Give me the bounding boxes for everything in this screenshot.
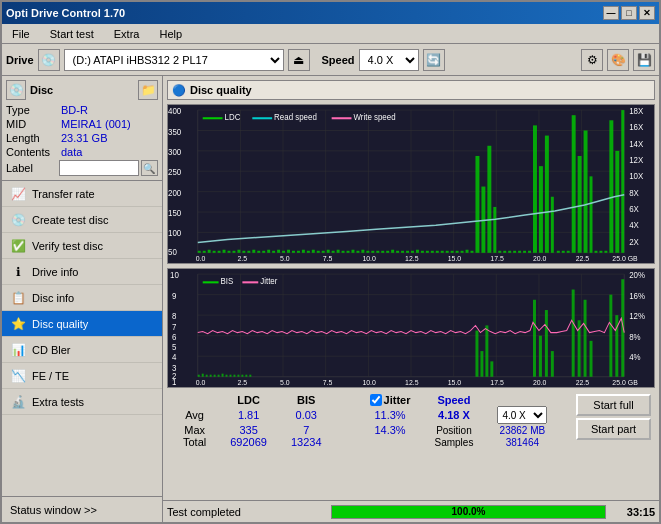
svg-text:Read speed: Read speed <box>274 113 317 122</box>
svg-text:22.5: 22.5 <box>576 379 590 386</box>
nav-extra-tests-label: Extra tests <box>32 396 84 408</box>
panel-icon: 🔵 <box>172 84 186 97</box>
svg-text:2.5: 2.5 <box>237 255 247 262</box>
max-jitter: 14.3% <box>358 424 423 436</box>
svg-rect-94 <box>572 115 576 253</box>
sidebar: 💿 Disc 📁 Type BD-R MID MEIRA1 (001) Leng… <box>2 76 163 522</box>
svg-text:400: 400 <box>168 107 182 116</box>
svg-rect-25 <box>223 250 226 253</box>
speed-setting-select[interactable]: 4.0 X <box>497 406 547 424</box>
max-ldc: 335 <box>218 424 279 436</box>
main-content: 💿 Disc 📁 Type BD-R MID MEIRA1 (001) Leng… <box>2 76 659 522</box>
total-bis: 13234 <box>279 436 334 448</box>
save-button[interactable]: 💾 <box>633 49 655 71</box>
svg-text:8%: 8% <box>629 333 640 342</box>
svg-text:7.5: 7.5 <box>323 379 333 386</box>
svg-rect-46 <box>327 250 330 253</box>
disc-panel-title: Disc <box>30 84 53 96</box>
status-window-button[interactable]: Status window >> <box>2 496 162 522</box>
disc-label-button[interactable]: 🔍 <box>141 160 158 176</box>
svg-rect-96 <box>584 130 588 252</box>
menu-starttest[interactable]: Start test <box>44 26 100 42</box>
top-chart: 18X 16X 14X 12X 10X 8X 6X 4X 2X 400 350 … <box>167 104 655 264</box>
jitter-checkbox[interactable] <box>370 394 382 406</box>
disc-type-value: BD-R <box>61 104 88 116</box>
sidebar-item-fe-te[interactable]: 📉 FE / TE <box>2 363 162 389</box>
svg-text:LDC: LDC <box>225 113 241 122</box>
svg-rect-168 <box>245 375 247 377</box>
svg-rect-65 <box>421 251 424 253</box>
sidebar-item-verify-test-disc[interactable]: ✅ Verify test disc <box>2 233 162 259</box>
menu-file[interactable]: File <box>6 26 36 42</box>
main-window: Opti Drive Control 1.70 — □ ✕ File Start… <box>0 0 661 524</box>
disc-label-input[interactable] <box>59 160 139 176</box>
menu-help[interactable]: Help <box>153 26 188 42</box>
svg-rect-103 <box>621 110 624 253</box>
sidebar-item-cd-bler[interactable]: 📊 CD Bler <box>2 337 162 363</box>
svg-rect-83 <box>513 251 516 253</box>
disc-mid-row: MID MEIRA1 (001) <box>6 118 158 130</box>
close-button[interactable]: ✕ <box>639 6 655 20</box>
settings-button[interactable]: ⚙ <box>581 49 603 71</box>
svg-rect-181 <box>590 341 593 377</box>
sidebar-item-extra-tests[interactable]: 🔬 Extra tests <box>2 389 162 415</box>
max-label: Max <box>171 424 218 436</box>
svg-rect-160 <box>214 375 216 377</box>
svg-text:12.5: 12.5 <box>405 255 419 262</box>
nav-create-test-disc-label: Create test disc <box>32 214 108 226</box>
eject-button[interactable]: ⏏ <box>288 49 310 71</box>
svg-rect-87 <box>533 125 537 252</box>
svg-rect-98 <box>594 251 597 253</box>
start-part-button[interactable]: Start part <box>576 418 651 440</box>
svg-text:12X: 12X <box>629 156 644 165</box>
svg-text:17.5: 17.5 <box>490 255 504 262</box>
drive-icon: 💿 <box>38 49 60 71</box>
sidebar-item-drive-info[interactable]: ℹ Drive info <box>2 259 162 285</box>
svg-rect-36 <box>277 250 280 253</box>
fe-te-icon: 📉 <box>10 368 26 384</box>
svg-rect-50 <box>347 251 350 253</box>
stats-row: LDC BIS Jitter Speed <box>167 392 655 450</box>
sidebar-item-disc-quality[interactable]: ⭐ Disc quality <box>2 311 162 337</box>
avg-ldc: 1.81 <box>218 406 279 424</box>
svg-rect-180 <box>584 300 587 377</box>
svg-rect-63 <box>411 251 414 253</box>
progress-text: 100.0% <box>332 506 605 518</box>
svg-rect-56 <box>376 251 379 253</box>
svg-rect-170 <box>475 331 478 377</box>
svg-rect-211 <box>203 281 219 283</box>
sidebar-item-disc-info[interactable]: 📋 Disc info <box>2 285 162 311</box>
refresh-button[interactable]: 🔄 <box>423 49 445 71</box>
svg-rect-40 <box>297 251 300 253</box>
svg-rect-97 <box>590 176 593 252</box>
svg-rect-84 <box>518 251 521 253</box>
toolbar: Drive 💿 (D:) ATAPI iHBS312 2 PL17 ⏏ Spee… <box>2 44 659 76</box>
color-button[interactable]: 🎨 <box>607 49 629 71</box>
maximize-button[interactable]: □ <box>621 6 637 20</box>
svg-rect-29 <box>242 251 245 253</box>
menu-extra[interactable]: Extra <box>108 26 146 42</box>
sidebar-item-transfer-rate[interactable]: 📈 Transfer rate <box>2 181 162 207</box>
disc-contents-label: Contents <box>6 146 61 158</box>
max-bis: 7 <box>279 424 334 436</box>
svg-rect-93 <box>567 251 570 253</box>
svg-rect-134 <box>252 117 272 119</box>
svg-rect-213 <box>242 281 258 283</box>
svg-rect-48 <box>337 250 340 253</box>
svg-rect-72 <box>456 251 459 253</box>
disc-type-label: Type <box>6 104 61 116</box>
svg-text:4%: 4% <box>629 353 640 362</box>
panel-header: 🔵 Disc quality <box>167 80 655 100</box>
drive-label: Drive <box>6 54 34 66</box>
drive-select[interactable]: (D:) ATAPI iHBS312 2 PL17 <box>64 49 284 71</box>
speed-select[interactable]: 4.0 X <box>359 49 419 71</box>
svg-text:15.0: 15.0 <box>448 379 462 386</box>
disc-browse-icon[interactable]: 📁 <box>138 80 158 100</box>
max-position: 23862 MB <box>485 424 559 436</box>
minimize-button[interactable]: — <box>603 6 619 20</box>
svg-rect-172 <box>485 325 488 376</box>
start-full-button[interactable]: Start full <box>576 394 651 416</box>
disc-info-icon: 📋 <box>10 290 26 306</box>
svg-rect-49 <box>342 251 345 253</box>
sidebar-item-create-test-disc[interactable]: 💿 Create test disc <box>2 207 162 233</box>
